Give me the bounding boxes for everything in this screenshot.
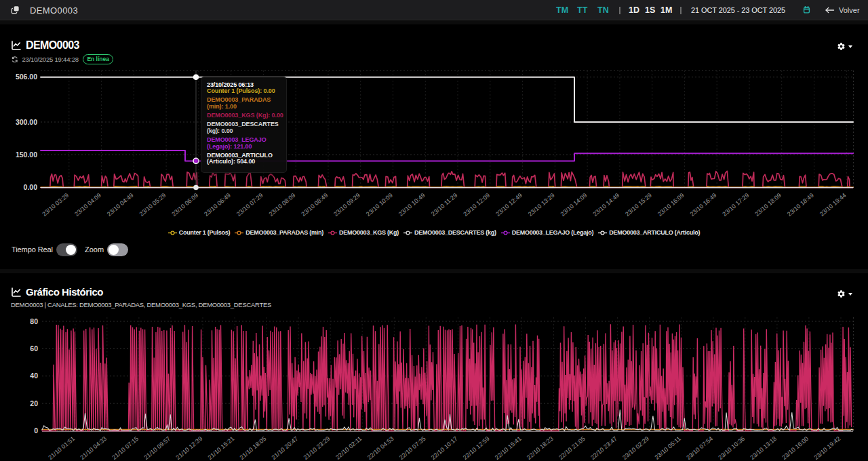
svg-text:23/10 12:49: 23/10 12:49 bbox=[494, 192, 524, 218]
svg-text:23/10 05:11: 23/10 05:11 bbox=[654, 435, 682, 461]
svg-text:22/10 12:59: 22/10 12:59 bbox=[462, 435, 491, 461]
svg-text:23/10 11:29: 23/10 11:29 bbox=[430, 192, 458, 218]
svg-text:21/10 09:57: 21/10 09:57 bbox=[142, 435, 172, 461]
svg-text:23/10 07:54: 23/10 07:54 bbox=[685, 435, 714, 461]
svg-text:22/10 02:11: 22/10 02:11 bbox=[334, 435, 363, 461]
svg-text:80: 80 bbox=[30, 317, 38, 325]
svg-text:23/10 08:09: 23/10 08:09 bbox=[268, 192, 297, 218]
svg-text:23/10 13:18: 23/10 13:18 bbox=[749, 435, 778, 461]
svg-text:21/10 15:21: 21/10 15:21 bbox=[207, 435, 236, 461]
svg-text:22/10 07:35: 22/10 07:35 bbox=[398, 435, 427, 461]
svg-text:60: 60 bbox=[30, 344, 38, 353]
svg-text:23/10 15:29: 23/10 15:29 bbox=[624, 192, 653, 218]
svg-text:23/10 18:09: 23/10 18:09 bbox=[753, 192, 783, 218]
svg-text:23/10 08:49: 23/10 08:49 bbox=[300, 192, 329, 218]
svg-text:23/10 17:29: 23/10 17:29 bbox=[721, 192, 750, 218]
svg-text:23/10 04:49: 23/10 04:49 bbox=[106, 192, 135, 218]
svg-text:23/10 09:29: 23/10 09:29 bbox=[332, 192, 361, 218]
svg-text:23/10 10:09: 23/10 10:09 bbox=[365, 192, 394, 218]
svg-text:21/10 01:51: 21/10 01:51 bbox=[47, 435, 76, 461]
svg-text:22/10 18:23: 22/10 18:23 bbox=[526, 435, 555, 461]
svg-text:20: 20 bbox=[30, 399, 38, 407]
svg-text:23/10 06:09: 23/10 06:09 bbox=[170, 192, 199, 218]
svg-text:0.00: 0.00 bbox=[24, 183, 38, 191]
svg-text:506.00: 506.00 bbox=[16, 73, 37, 81]
svg-text:21/10 04:33: 21/10 04:33 bbox=[79, 435, 108, 461]
svg-text:23/10 16:49: 23/10 16:49 bbox=[689, 192, 718, 218]
svg-text:23/10 14:09: 23/10 14:09 bbox=[559, 192, 589, 218]
svg-text:23/10 18:49: 23/10 18:49 bbox=[786, 192, 815, 218]
svg-text:22/10 04:53: 22/10 04:53 bbox=[366, 435, 395, 461]
svg-text:23/10 02:29: 23/10 02:29 bbox=[621, 435, 650, 461]
svg-text:21/10 18:05: 21/10 18:05 bbox=[239, 435, 268, 461]
svg-text:21/10 20:47: 21/10 20:47 bbox=[271, 435, 300, 461]
svg-text:23/10 19:44: 23/10 19:44 bbox=[818, 192, 848, 218]
svg-text:23/10 03:29: 23/10 03:29 bbox=[41, 192, 70, 218]
svg-text:23/10 04:09: 23/10 04:09 bbox=[73, 192, 102, 218]
svg-text:21/10 12:39: 21/10 12:39 bbox=[174, 435, 203, 461]
svg-text:40: 40 bbox=[30, 372, 38, 380]
svg-text:23/10 06:49: 23/10 06:49 bbox=[203, 192, 232, 218]
svg-text:23/10 10:36: 23/10 10:36 bbox=[717, 435, 746, 461]
svg-text:23/10 16:00: 23/10 16:00 bbox=[781, 435, 810, 461]
svg-text:0: 0 bbox=[34, 426, 38, 435]
svg-text:150.00: 150.00 bbox=[16, 151, 37, 159]
svg-text:22/10 15:41: 22/10 15:41 bbox=[494, 435, 523, 461]
svg-text:23/10 16:09: 23/10 16:09 bbox=[656, 192, 686, 218]
svg-text:23/10 14:49: 23/10 14:49 bbox=[591, 192, 620, 218]
svg-text:21/10 07:15: 21/10 07:15 bbox=[111, 435, 140, 461]
svg-text:300.00: 300.00 bbox=[16, 118, 37, 126]
svg-text:22/10 10:17: 22/10 10:17 bbox=[430, 435, 459, 461]
svg-text:23/10 13:29: 23/10 13:29 bbox=[527, 192, 556, 218]
svg-text:23/10 07:29: 23/10 07:29 bbox=[235, 192, 264, 218]
svg-text:23/10 12:09: 23/10 12:09 bbox=[462, 192, 491, 218]
svg-text:23/10 19:42: 23/10 19:42 bbox=[812, 435, 842, 461]
svg-text:21/10 23:29: 21/10 23:29 bbox=[302, 435, 332, 461]
svg-text:22/10 23:47: 22/10 23:47 bbox=[589, 435, 618, 461]
svg-text:23/10 05:29: 23/10 05:29 bbox=[138, 192, 167, 218]
svg-text:22/10 21:05: 22/10 21:05 bbox=[557, 435, 587, 461]
svg-text:23/10 10:49: 23/10 10:49 bbox=[397, 192, 427, 218]
